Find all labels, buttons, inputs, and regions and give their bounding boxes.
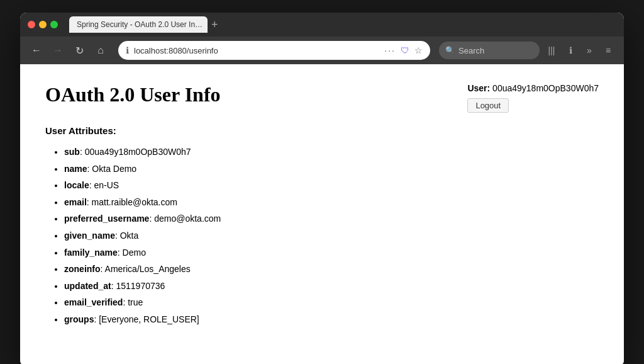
browser-window: Spring Security - OAuth 2.0 User In… ✕ +… [20, 13, 624, 364]
list-item: locale: en-US [64, 177, 599, 194]
more-tools-button[interactable]: » [581, 42, 597, 59]
home-button[interactable]: ⌂ [92, 42, 109, 59]
close-button[interactable] [28, 21, 35, 28]
overflow-icon[interactable]: ··· [384, 45, 396, 55]
bookmark-icon[interactable]: ☆ [414, 45, 423, 55]
active-tab[interactable]: Spring Security - OAuth 2.0 User In… ✕ [69, 16, 208, 33]
address-bar[interactable]: ℹ localhost:8080/userinfo ··· 🛡 ☆ [118, 41, 430, 60]
user-info-right: User: 00ua49y18m0OpB30W0h7 Logout [467, 83, 599, 113]
forward-button[interactable]: → [49, 42, 67, 59]
attributes-list: sub: 00ua49y18m0OpB30W0h7name: Okta Demo… [45, 144, 599, 328]
minimize-button[interactable] [39, 21, 47, 28]
user-value: 00ua49y18m0OpB30W0h7 [492, 83, 599, 93]
maximize-button[interactable] [50, 21, 58, 28]
info-icon: ℹ [126, 45, 129, 55]
reload-icon: ↻ [75, 45, 84, 57]
back-button[interactable]: ← [28, 42, 45, 59]
list-item: sub: 00ua49y18m0OpB30W0h7 [64, 144, 599, 161]
list-item: updated_at: 1511970736 [64, 278, 599, 295]
navbar: ← → ↻ ⌂ ℹ localhost:8080/userinfo ··· 🛡 … [20, 37, 624, 64]
menu-button[interactable]: ≡ [600, 42, 616, 59]
hamburger-icon: ≡ [606, 45, 611, 55]
account-icon: ℹ [569, 45, 572, 55]
list-item: family_name: Demo [64, 244, 599, 261]
list-item: email: matt.raible@okta.com [64, 194, 599, 211]
home-icon: ⌂ [97, 45, 104, 56]
search-bar[interactable]: 🔍 Search [439, 42, 540, 59]
list-item: email_verified: true [64, 294, 599, 311]
traffic-lights [28, 21, 58, 28]
list-item: groups: [Everyone, ROLE_USER] [64, 311, 599, 328]
toolbar-right: ||| ℹ » ≡ [543, 42, 616, 59]
forward-icon: → [53, 45, 63, 56]
shield-icon: 🛡 [401, 45, 409, 55]
tab-bar: Spring Security - OAuth 2.0 User In… ✕ + [69, 16, 616, 33]
page-content: OAuth 2.0 User Info User: 00ua49y18m0OpB… [20, 64, 624, 364]
back-icon: ← [31, 45, 42, 56]
address-text: localhost:8080/userinfo [134, 46, 379, 55]
user-label: User: 00ua49y18m0OpB30W0h7 [467, 83, 599, 93]
page-title: OAuth 2.0 User Info [45, 83, 221, 106]
tab-label: Spring Security - OAuth 2.0 User In… [77, 20, 203, 29]
list-item: preferred_username: demo@okta.com [64, 210, 599, 227]
firefox-account-button[interactable]: ℹ [562, 42, 579, 59]
user-label-key: User: [467, 83, 492, 93]
reload-button[interactable]: ↻ [70, 42, 88, 59]
list-item: name: Okta Demo [64, 161, 599, 178]
list-item: given_name: Okta [64, 227, 599, 244]
search-icon: 🔍 [445, 46, 455, 55]
chevron-right-icon: » [587, 45, 592, 55]
library-icon: ||| [548, 45, 555, 55]
page-header: OAuth 2.0 User Info User: 00ua49y18m0OpB… [45, 83, 599, 113]
new-tab-button[interactable]: + [211, 19, 218, 30]
logout-button[interactable]: Logout [467, 98, 509, 113]
titlebar: Spring Security - OAuth 2.0 User In… ✕ + [20, 13, 624, 37]
list-item: zoneinfo: America/Los_Angeles [64, 261, 599, 278]
search-label: Search [458, 46, 484, 55]
attributes-heading: User Attributes: [45, 125, 599, 136]
library-button[interactable]: ||| [543, 42, 560, 59]
